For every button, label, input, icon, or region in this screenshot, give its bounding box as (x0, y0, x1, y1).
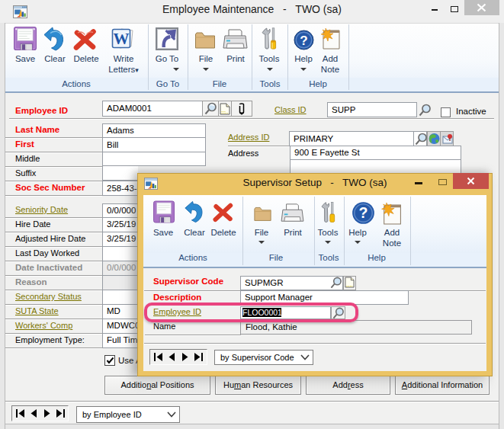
svg-text:?: ? (359, 204, 368, 221)
svg-text:?: ? (300, 34, 307, 48)
svg-text:W: W (114, 30, 130, 48)
